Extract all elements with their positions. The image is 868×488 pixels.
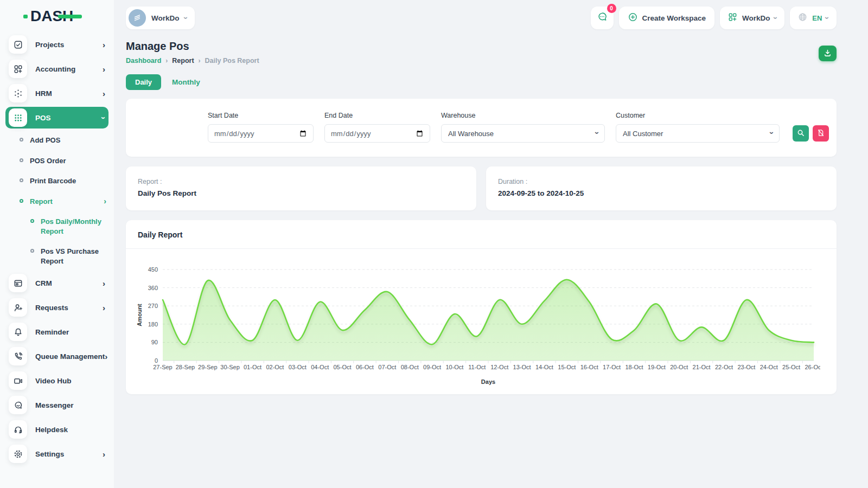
sidebar-item-label: POS [35, 114, 51, 122]
headset-icon [9, 420, 27, 439]
messages-count-badge: 0 [607, 4, 616, 13]
chevron-right-icon: › [199, 57, 201, 65]
x-axis-tick-label: 06-Oct [356, 364, 374, 370]
apply-filter-button[interactable] [793, 125, 809, 142]
sidebar-item-label: Settings [35, 450, 64, 458]
page-title: Manage Pos [126, 40, 837, 53]
report-label: Report : [138, 178, 464, 185]
language-selector[interactable]: EN › [790, 7, 837, 29]
download-icon [823, 48, 832, 59]
checkbox-icon [9, 35, 27, 54]
tab-daily[interactable]: Daily [126, 74, 161, 90]
x-axis-tick-label: 21-Oct [693, 364, 711, 370]
bullet-icon [20, 138, 23, 142]
start-date-input[interactable] [208, 124, 314, 143]
tab-monthly[interactable]: Monthly [169, 74, 203, 90]
sidebar-item-video-hub[interactable]: Video Hub [5, 370, 108, 391]
x-axis-tick-label: 20-Oct [670, 364, 688, 370]
sidebar-item-accounting[interactable]: Accounting› [5, 58, 108, 80]
x-axis-tick-label: 01-Oct [244, 364, 261, 370]
gear-icon [9, 445, 27, 463]
chevron-right-icon: › [103, 41, 105, 49]
duration-value: 2024-09-25 to 2024-10-25 [498, 189, 825, 197]
sidebar-item-label: Messenger [35, 401, 74, 409]
chat-smile-icon [9, 396, 27, 414]
x-axis-tick-label: 11-Oct [468, 364, 486, 370]
create-workspace-button[interactable]: Create Workspace [619, 7, 715, 29]
sidebar-item-requests[interactable]: Requests› [5, 297, 108, 318]
sidebar-item-label: Accounting [35, 65, 75, 73]
x-axis-tick-label: 02-Oct [266, 364, 284, 370]
sidebar-item-settings[interactable]: Settings› [5, 443, 108, 465]
sidebar-subitem-label: Report [30, 197, 53, 207]
sidebar-subitem-pos-daily-monthly-report[interactable]: Pos Daily/Monthly Report [0, 213, 114, 240]
y-axis-tick-label: 360 [148, 285, 158, 291]
sidebar-item-messenger[interactable]: Messenger [5, 394, 108, 416]
chevron-right-icon: › [105, 352, 107, 361]
workspace-selector[interactable]: WorkDo › [126, 7, 195, 29]
y-axis-tick-label: 270 [148, 303, 158, 309]
sidebar-item-reminder[interactable]: Reminder [5, 321, 108, 343]
filter-card: Start Date End Date Warehouse All Wareho… [126, 99, 837, 157]
messages-button[interactable]: 0 [591, 7, 614, 29]
sidebar-subitem-print-barcode[interactable]: Print Barcode [0, 172, 114, 190]
sidebar-item-projects[interactable]: Projects› [5, 34, 108, 55]
download-report-button[interactable] [819, 46, 837, 61]
y-axis-tick-label: 450 [148, 266, 158, 273]
x-axis-tick-label: 08-Oct [401, 364, 419, 370]
dots-grid-icon [9, 108, 27, 127]
card-icon [9, 274, 27, 292]
x-axis-tick-label: 16-Oct [580, 364, 598, 370]
topbar: WorkDo › 0 Create Workspace WorkDo › EN … [126, 0, 837, 31]
bullet-icon [20, 199, 23, 203]
warehouse-label: Warehouse [441, 112, 605, 119]
sidebar-subitem-pos-vs-purchase-report[interactable]: Pos VS Purchase Report [0, 242, 114, 270]
sidebar-item-label: Helpdesk [35, 426, 68, 434]
app-logo[interactable]: DASH [30, 8, 73, 25]
sidebar-subitem-pos-order[interactable]: POS Order [0, 152, 114, 170]
sidebar-item-queue-management[interactable]: Queue Management› [5, 345, 108, 367]
x-axis-tick-label: 07-Oct [378, 364, 396, 370]
video-camera-icon [9, 371, 27, 390]
user-plus-icon [9, 298, 27, 317]
chevron-right-icon: › [104, 197, 106, 206]
x-axis-tick-label: 12-Oct [490, 364, 508, 370]
x-axis-tick-label: 23-Oct [737, 364, 755, 370]
chevron-right-icon: › [103, 89, 105, 98]
logo-bar-accent [58, 15, 82, 18]
sidebar-item-pos[interactable]: POS› [5, 107, 108, 129]
sidebar-item-label: HRM [35, 89, 52, 98]
plus-circle-icon [628, 12, 638, 24]
sidebar-subitem-label: Add POS [30, 136, 60, 145]
customer-select[interactable]: All Customer [616, 124, 780, 143]
breadcrumb-report[interactable]: Report [172, 57, 194, 65]
y-axis-tick-label: 0 [155, 357, 158, 364]
sidebar-item-hrm[interactable]: HRM› [5, 82, 108, 104]
reset-filter-button[interactable] [813, 125, 829, 142]
sidebar-subitem-label: Pos Daily/Monthly Report [41, 217, 106, 236]
x-axis-tick-label: 30-Sep [220, 364, 239, 370]
app-switcher-button[interactable]: WorkDo › [720, 7, 784, 29]
end-date-input[interactable] [324, 124, 430, 143]
sidebar-item-helpdesk[interactable]: Helpdesk [5, 419, 108, 440]
chevron-right-icon: › [103, 450, 105, 458]
chat-bubble-icon [596, 11, 608, 25]
x-axis-tick-label: 10-Oct [445, 364, 463, 370]
sidebar-item-crm[interactable]: CRM› [5, 272, 108, 294]
warehouse-select[interactable]: All Warehouse [441, 124, 605, 143]
bullet-icon [30, 249, 34, 253]
x-axis-tick-label: 13-Oct [513, 364, 531, 370]
sidebar-subitem-label: POS Order [30, 156, 66, 166]
phone-call-icon [9, 347, 27, 365]
x-axis-tick-label: 22-Oct [715, 364, 733, 370]
end-date-label: End Date [324, 112, 430, 119]
start-date-label: Start Date [208, 112, 314, 119]
breadcrumb-dashboard[interactable]: Dashboard [126, 57, 161, 65]
x-axis-tick-label: 19-Oct [648, 364, 666, 370]
sidebar-subitem-label: Pos VS Purchase Report [41, 247, 106, 266]
chevron-down-icon: › [771, 17, 780, 20]
x-axis-tick-label: 05-Oct [333, 364, 351, 370]
sidebar-subitem-report[interactable]: Report› [0, 192, 114, 211]
bell-icon [9, 323, 27, 341]
sidebar-subitem-add-pos[interactable]: Add POS [0, 131, 114, 150]
